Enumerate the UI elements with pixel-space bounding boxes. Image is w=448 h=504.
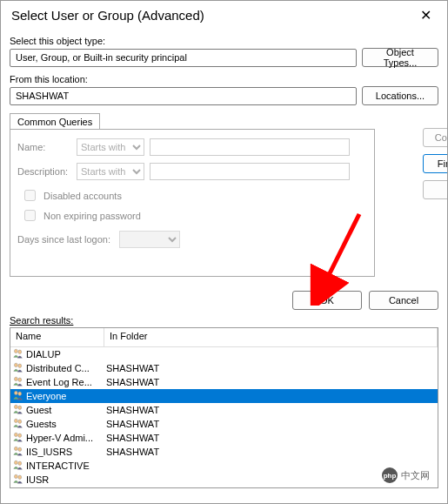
svg-point-13 — [18, 420, 22, 423]
description-input[interactable] — [150, 163, 350, 180]
row-name: Guests — [26, 419, 57, 429]
non-expiring-label: Non expiring password — [43, 211, 141, 221]
search-results-label: Search results: — [1, 315, 447, 327]
title-text: Select User or Group (Advanced) — [11, 8, 204, 23]
principal-icon — [12, 347, 24, 361]
results-header: Name In Folder — [10, 328, 438, 347]
column-name[interactable]: Name — [10, 328, 104, 346]
table-row[interactable]: Event Log Re...SHASHWAT — [10, 375, 438, 389]
columns-button[interactable]: Columns... — [423, 128, 448, 147]
object-types-button[interactable]: Object Types... — [362, 48, 438, 67]
non-expiring-checkbox[interactable] — [24, 210, 36, 221]
cancel-button[interactable]: Cancel — [369, 291, 438, 310]
principal-icon — [12, 473, 24, 487]
stop-button[interactable]: Stop — [423, 180, 448, 199]
svg-point-16 — [14, 447, 17, 450]
table-row[interactable]: IIS_IUSRSSHASHWAT — [10, 445, 438, 459]
row-name: Everyone — [26, 391, 66, 401]
row-folder: SHASHWAT — [104, 447, 438, 457]
svg-point-11 — [18, 406, 22, 409]
disabled-accounts-label: Disabled accounts — [43, 191, 122, 201]
titlebar: Select User or Group (Advanced) ✕ — [1, 1, 447, 29]
row-folder: SHASHWAT — [104, 405, 438, 415]
column-folder[interactable]: In Folder — [104, 328, 438, 346]
row-folder: SHASHWAT — [104, 419, 438, 429]
days-since-select[interactable] — [119, 231, 180, 248]
name-mode-select[interactable]: Starts with — [77, 138, 144, 156]
description-label: Description: — [17, 166, 71, 177]
name-label: Name: — [17, 142, 71, 152]
dialog-body: Select this object type: User, Group, or… — [1, 29, 447, 284]
row-name: DIALUP — [26, 349, 61, 360]
row-folder: SHASHWAT — [104, 433, 438, 443]
find-now-button[interactable]: Find Now — [423, 154, 448, 173]
watermark: php 中文网 — [377, 467, 435, 484]
svg-point-4 — [14, 363, 17, 366]
locations-button[interactable]: Locations... — [362, 86, 438, 105]
svg-point-3 — [18, 350, 22, 353]
svg-point-15 — [18, 433, 22, 437]
svg-point-7 — [18, 378, 22, 381]
svg-point-19 — [18, 461, 22, 465]
table-row[interactable]: GuestsSHASHWAT — [10, 417, 438, 431]
svg-point-6 — [14, 377, 17, 380]
row-folder: SHASHWAT — [104, 377, 438, 387]
svg-point-17 — [18, 447, 22, 451]
svg-point-10 — [14, 405, 17, 408]
svg-point-14 — [14, 433, 17, 436]
disabled-accounts-checkbox[interactable] — [24, 190, 36, 201]
svg-point-8 — [14, 391, 17, 394]
php-badge-icon: php — [382, 467, 398, 483]
svg-point-18 — [14, 460, 17, 464]
principal-icon — [12, 445, 24, 459]
table-row[interactable]: Hyper-V Admi...SHASHWAT — [10, 431, 438, 445]
principal-icon — [12, 459, 24, 473]
svg-point-9 — [18, 392, 22, 395]
results-list[interactable]: Name In Folder DIALUP Distributed C...SH… — [10, 327, 438, 488]
watermark-text: 中文网 — [401, 469, 430, 482]
row-name: Event Log Re... — [26, 377, 92, 387]
svg-point-5 — [18, 364, 22, 367]
table-row[interactable]: Distributed C...SHASHWAT — [10, 361, 438, 375]
dialog-window: Select User or Group (Advanced) ✕ Select… — [0, 0, 448, 504]
principal-icon — [12, 375, 24, 389]
principal-icon — [12, 361, 24, 375]
table-row[interactable]: GuestSHASHWAT — [10, 403, 438, 417]
table-row[interactable]: Everyone — [10, 389, 438, 403]
table-row[interactable]: IUSR — [10, 473, 438, 487]
row-name: Hyper-V Admi... — [26, 433, 93, 443]
row-name: Guest — [26, 405, 51, 415]
svg-point-21 — [18, 475, 22, 479]
close-icon[interactable]: ✕ — [406, 3, 445, 27]
object-type-field[interactable]: User, Group, or Built-in security princi… — [10, 49, 357, 67]
principal-icon — [12, 417, 24, 431]
row-name: Distributed C... — [26, 363, 90, 373]
days-since-label: Days since last logon: — [17, 234, 110, 245]
ok-button[interactable]: OK — [292, 291, 362, 310]
svg-point-12 — [14, 419, 17, 422]
row-folder: SHASHWAT — [104, 363, 438, 373]
principal-icon — [12, 431, 24, 445]
tab-common-queries[interactable]: Common Queries — [10, 113, 100, 130]
row-name: INTERACTIVE — [26, 460, 90, 471]
table-row[interactable]: DIALUP — [10, 347, 438, 361]
principal-icon — [12, 389, 24, 403]
table-row[interactable]: INTERACTIVE — [10, 459, 438, 473]
description-mode-select[interactable]: Starts with — [77, 163, 144, 180]
row-name: IUSR — [26, 474, 49, 485]
query-panel: Name: Starts with Description: Starts wi… — [10, 129, 375, 277]
object-type-label: Select this object type: — [10, 36, 438, 46]
svg-point-2 — [14, 349, 17, 353]
location-field[interactable]: SHASHWAT — [10, 87, 357, 105]
row-name: IIS_IUSRS — [26, 447, 72, 457]
name-input[interactable] — [150, 138, 350, 156]
location-label: From this location: — [10, 74, 438, 84]
svg-point-20 — [14, 474, 17, 478]
principal-icon — [12, 403, 24, 417]
